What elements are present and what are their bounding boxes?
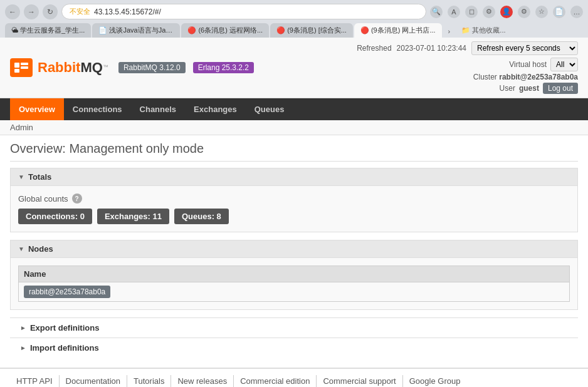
nodes-table-name-header: Name	[19, 266, 570, 282]
totals-section-header[interactable]: ▼ Totals	[11, 168, 577, 186]
exchanges-badge: Exchanges: 11	[97, 209, 169, 224]
user-value: guest	[519, 84, 539, 93]
browser-tab-0[interactable]: 🌥 学生云服务器_学生...	[5, 23, 91, 38]
totals-arrow-icon: ▼	[18, 173, 24, 180]
counts-row: Connections: 0 Exchanges: 11 Queues: 8	[18, 209, 570, 224]
vhost-select[interactable]: All	[550, 58, 578, 71]
global-counts-label: Global counts ?	[18, 194, 570, 204]
page-title: Overview: Management only mode	[10, 135, 578, 162]
connections-badge: Connections: 0	[18, 209, 92, 224]
export-definitions-label: Export definitions	[30, 323, 100, 333]
user-label: User	[500, 84, 515, 93]
help-icon[interactable]: ?	[72, 194, 82, 204]
rabbitmq-version-badge: RabbitMQ 3.12.0	[118, 62, 186, 73]
cluster-value: rabbit@2e253a78ab0a	[499, 73, 578, 81]
address-bar[interactable]: 不安全 43.13.5.45:15672/#/	[61, 4, 426, 19]
nav-item-channels[interactable]: Channels	[131, 98, 186, 120]
page-content: RabbitMQ™ RabbitMQ 3.12.0 Erlang 25.3.2.…	[0, 38, 588, 387]
nodes-arrow-icon: ▼	[18, 245, 24, 252]
tabs-more-button[interactable]: ›	[443, 25, 456, 38]
refreshed-label: Refreshed	[357, 44, 391, 53]
totals-section: ▼ Totals Global counts ? Connections: 0 …	[10, 168, 578, 232]
footer-links-row1: HTTP API Documentation Tutorials New rel…	[10, 375, 578, 387]
profile-icon[interactable]: 👤	[500, 6, 513, 18]
browser-toolbar: ← → ↻ 不安全 43.13.5.45:15672/#/ 🔍 A ◻ ⚙ 👤 …	[5, 4, 583, 19]
footer-link-commercial-edition[interactable]: Commercial edition	[234, 375, 317, 387]
admin-bar: Admin	[0, 120, 588, 135]
cluster-label: Cluster	[473, 73, 497, 81]
refresh-line: Refreshed 2023-07-01 10:23:44 Refresh ev…	[357, 41, 578, 55]
rmq-footer: HTTP API Documentation Tutorials New rel…	[0, 368, 588, 387]
rmq-header: RabbitMQ™ RabbitMQ 3.12.0 Erlang 25.3.2.…	[0, 38, 588, 98]
nav-item-overview[interactable]: Overview	[10, 98, 64, 120]
refresh-button[interactable]: ↻	[43, 4, 58, 19]
nodes-section-body: Name rabbit@2e253a78ab0a	[11, 258, 577, 309]
totals-header-label: Totals	[28, 172, 51, 182]
browser-tab-2[interactable]: 🔴 (6条消息) 远程网络...	[181, 23, 269, 38]
import-definitions-header[interactable]: ► Import definitions	[20, 343, 568, 353]
security-warning: 不安全	[70, 7, 90, 16]
import-definitions-section: ► Import definitions	[10, 338, 578, 358]
collection-icon[interactable]: 📄	[553, 6, 565, 18]
forward-button[interactable]: →	[24, 4, 39, 19]
nodes-section-header[interactable]: ▼ Nodes	[11, 240, 577, 258]
nav-item-queues[interactable]: Queues	[246, 98, 293, 120]
totals-section-body: Global counts ? Connections: 0 Exchanges…	[11, 186, 577, 232]
svg-rect-4	[21, 66, 28, 69]
bookmark-icon[interactable]: ☆	[535, 6, 548, 18]
nodes-table: Name rabbit@2e253a78ab0a	[18, 266, 570, 302]
settings-icon[interactable]: ⚙	[518, 6, 530, 18]
browser-tab-3[interactable]: 🔴 (9条消息) [综合实...	[270, 23, 353, 38]
rmq-main: Overview: Management only mode ▼ Totals …	[0, 135, 588, 368]
rmq-logo-icon	[10, 58, 33, 77]
cluster-line: Cluster rabbit@2e253a78ab0a	[357, 73, 578, 81]
search-icon[interactable]: 🔍	[430, 6, 443, 18]
bookmarks-more-button[interactable]: 📁 其他收藏...	[456, 23, 510, 38]
back-button[interactable]: ←	[5, 4, 20, 19]
more-icon[interactable]: …	[570, 6, 583, 18]
import-definitions-label: Import definitions	[30, 343, 99, 353]
refreshed-time: 2023-07-01 10:23:44	[397, 44, 466, 53]
footer-link-tutorials[interactable]: Tutorials	[127, 375, 171, 387]
table-row: rabbit@2e253a78ab0a	[19, 282, 570, 302]
svg-rect-2	[14, 69, 19, 73]
rmq-nav: Overview Connections Channels Exchanges …	[0, 98, 588, 120]
address-text: 43.13.5.45:15672/#/	[94, 8, 161, 16]
rmq-logo-text: RabbitMQ™	[38, 59, 108, 76]
logout-button[interactable]: Log out	[543, 83, 578, 94]
browser-icons: 🔍 A ◻ ⚙ 👤 ⚙ ☆ 📄 …	[430, 6, 583, 18]
vhost-label: Virtual host	[509, 60, 547, 69]
nodes-section: ▼ Nodes Name rabbit@2e253a78ab0a	[10, 240, 578, 310]
export-definitions-header[interactable]: ► Export definitions	[20, 323, 568, 333]
nav-item-connections[interactable]: Connections	[64, 98, 131, 120]
erlang-version-badge: Erlang 25.3.2.2	[193, 62, 254, 73]
node-name-badge[interactable]: rabbit@2e253a78ab0a	[24, 286, 110, 298]
extension-icon[interactable]: ⚙	[483, 6, 495, 18]
font-icon[interactable]: A	[448, 6, 460, 18]
svg-rect-3	[21, 63, 28, 65]
browser-tabs: 🌥 学生云服务器_学生... 📄 浅谈Java语言与Java... 🔴 (6条消…	[5, 23, 583, 38]
admin-label[interactable]: Admin	[10, 123, 33, 132]
refresh-select[interactable]: Refresh every 5 seconds Refresh every 10…	[471, 41, 578, 55]
footer-link-documentation[interactable]: Documentation	[60, 375, 127, 387]
user-line: User guest Log out	[357, 83, 578, 94]
footer-link-commercial-support[interactable]: Commercial support	[317, 375, 402, 387]
rmq-logo: RabbitMQ™	[10, 58, 108, 77]
footer-link-google-group[interactable]: Google Group	[403, 375, 467, 387]
import-arrow-icon: ►	[20, 344, 26, 351]
tab-icon[interactable]: ◻	[465, 6, 478, 18]
rmq-header-right: Refreshed 2023-07-01 10:23:44 Refresh ev…	[357, 41, 578, 94]
nodes-header-label: Nodes	[28, 244, 53, 254]
footer-link-new-releases[interactable]: New releases	[171, 375, 234, 387]
browser-chrome: ← → ↻ 不安全 43.13.5.45:15672/#/ 🔍 A ◻ ⚙ 👤 …	[0, 0, 588, 38]
svg-rect-1	[14, 63, 19, 68]
browser-tab-1[interactable]: 📄 浅谈Java语言与Java...	[92, 23, 180, 38]
export-arrow-icon: ►	[20, 324, 26, 331]
browser-tab-4[interactable]: 🔴 (9条消息) 网上书店...	[354, 23, 442, 38]
export-definitions-section: ► Export definitions	[10, 317, 578, 338]
node-name-cell: rabbit@2e253a78ab0a	[19, 282, 570, 302]
nav-item-exchanges[interactable]: Exchanges	[185, 98, 246, 120]
footer-link-http-api[interactable]: HTTP API	[10, 375, 60, 387]
vhost-line: Virtual host All	[357, 58, 578, 71]
rmq-versions: RabbitMQ 3.12.0 Erlang 25.3.2.2	[118, 62, 254, 73]
